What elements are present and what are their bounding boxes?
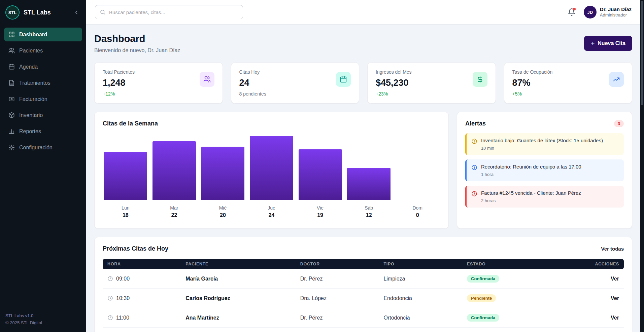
search-input[interactable] — [109, 9, 238, 15]
users-icon — [200, 72, 214, 87]
column-header-estado: ESTADO — [462, 259, 567, 269]
stat-delta: +12% — [103, 91, 135, 97]
patient-name: Ana Martínez — [181, 308, 296, 328]
settings-icon — [8, 144, 15, 151]
alerts-header: Alertas 3 — [465, 120, 624, 127]
bar-column: Dom 0 — [395, 136, 440, 220]
stat-value: 87% — [512, 78, 553, 88]
page-scrollbar[interactable] — [640, 0, 644, 332]
stat-value: 1,248 — [103, 78, 135, 88]
sidebar-item-label: Facturación — [19, 96, 47, 102]
x-tick-label: Sáb — [346, 205, 392, 211]
sidebar-collapse-button[interactable] — [72, 8, 81, 17]
avatar: JD — [584, 6, 597, 19]
doctor-name: Dr. Pérez — [296, 269, 379, 289]
sidebar: STL STL Labs Dashboard Pacientes Agenda … — [0, 0, 86, 332]
bar-column: Lun 18 — [103, 136, 148, 220]
main-area: JD Dr. Juan Díaz Administrador Dashboard… — [86, 0, 640, 332]
view-all-link[interactable]: Ver todas — [601, 246, 624, 252]
appointment-time: 09:00 — [116, 276, 130, 282]
alerts-title: Alertas — [465, 120, 486, 127]
search-box — [95, 5, 243, 19]
user-info: Dr. Juan Díaz Administrador — [600, 6, 632, 18]
sidebar-item-label: Tratamientos — [19, 80, 50, 86]
stat-delta: +5% — [512, 91, 553, 97]
sidebar-item-inventario[interactable]: Inventario — [4, 108, 82, 122]
table-head: HORA PACIENTE DOCTOR TIPO ESTADO ACCIONE… — [103, 259, 624, 269]
user-menu[interactable]: JD Dr. Juan Díaz Administrador — [584, 6, 632, 19]
column-header-tipo: TIPO — [379, 259, 462, 269]
page-header: Dashboard Bienvenido de nuevo, Dr. Juan … — [94, 33, 632, 53]
sidebar-item-dashboard[interactable]: Dashboard — [4, 28, 82, 41]
trending-up-icon — [609, 72, 624, 87]
view-button[interactable]: Ver — [611, 295, 619, 301]
brand: STL STL Labs — [0, 0, 86, 25]
bar-value-label: 24 — [249, 212, 295, 218]
sidebar-item-label: Inventario — [19, 112, 43, 118]
sidebar-footer: STL Labs v1.0 © 2025 STL Digital — [0, 307, 86, 332]
alert-item-inventory[interactable]: Inventario bajo: Guantes de látex (Stock… — [465, 133, 624, 155]
sidebar-item-facturacion[interactable]: Facturación — [4, 92, 82, 106]
sidebar-item-label: Reportes — [19, 128, 41, 135]
view-button[interactable]: Ver — [611, 315, 619, 321]
alert-item-invoice[interactable]: Factura #1245 vencida - Cliente: Juan Pé… — [465, 186, 624, 208]
scrollbar-thumb[interactable] — [641, 1, 643, 105]
appointment-type: Limpieza — [379, 269, 462, 289]
sidebar-item-tratamientos[interactable]: Tratamientos — [4, 76, 82, 90]
column-header-hora: HORA — [103, 259, 181, 269]
stats-row: Total Pacientes 1,248 +12% Citas Hoy 24 … — [94, 62, 632, 104]
page-title: Dashboard — [94, 33, 180, 44]
alert-text: Factura #1245 vencida - Cliente: Juan Pé… — [481, 190, 581, 196]
plus-icon: + — [591, 40, 595, 47]
bar-value-label: 19 — [297, 212, 343, 218]
appointments-table: HORA PACIENTE DOCTOR TIPO ESTADO ACCIONE… — [103, 259, 624, 328]
reports-icon — [8, 128, 15, 135]
copyright: © 2025 STL Digital — [5, 320, 81, 327]
bar-value-label: 0 — [395, 212, 440, 218]
appointment-type: Endodoncia — [379, 289, 462, 308]
new-appointment-button[interactable]: + Nueva Cita — [584, 36, 632, 51]
notification-dot — [573, 8, 576, 10]
alert-warning-icon — [471, 138, 477, 144]
clock-icon — [107, 276, 113, 282]
stat-value: 24 — [239, 78, 266, 88]
calendar-icon — [8, 64, 15, 70]
table-row: 10:30 Carlos Rodríguez Dra. López Endodo… — [103, 289, 624, 308]
status-badge: Confirmada — [467, 275, 499, 283]
stat-delta: 8 pendientes — [239, 91, 266, 97]
x-tick-label: Lun — [103, 205, 148, 211]
mid-row: Citas de la Semana Lun 18 Mar 22 — [94, 112, 632, 229]
status-badge: Pendiente — [467, 294, 496, 302]
sidebar-item-agenda[interactable]: Agenda — [4, 60, 82, 74]
notifications-button[interactable] — [568, 8, 576, 16]
page-header-text: Dashboard Bienvenido de nuevo, Dr. Juan … — [94, 33, 180, 53]
user-name: Dr. Juan Díaz — [600, 6, 632, 12]
x-tick-label: Dom — [395, 205, 440, 211]
bar-value-label: 22 — [151, 212, 197, 218]
view-button[interactable]: Ver — [611, 276, 619, 282]
stat-delta: +23% — [376, 91, 412, 97]
sidebar-item-configuracion[interactable]: Configuración — [4, 141, 82, 154]
stat-text: Total Pacientes 1,248 +12% — [103, 69, 135, 97]
bar — [347, 168, 391, 200]
x-tick-label: Jue — [249, 205, 295, 211]
sidebar-item-reportes[interactable]: Reportes — [4, 124, 82, 138]
sidebar-item-pacientes[interactable]: Pacientes — [4, 44, 82, 58]
stat-label: Citas Hoy — [239, 69, 266, 75]
patient-name: María García — [181, 269, 296, 289]
sidebar-item-label: Configuración — [19, 145, 53, 151]
bar-column: Mar 22 — [151, 136, 197, 220]
bar — [201, 147, 245, 200]
content: Dashboard Bienvenido de nuevo, Dr. Juan … — [86, 25, 640, 332]
stat-card-total-pacientes: Total Pacientes 1,248 +12% — [94, 62, 223, 104]
alert-item-reminder[interactable]: Recordatorio: Reunión de equipo a las 17… — [465, 159, 624, 181]
patient-name: Carlos Rodríguez — [181, 289, 296, 308]
bar-column: Sáb 12 — [346, 136, 392, 220]
dollar-icon — [473, 72, 487, 87]
bar — [152, 141, 196, 200]
column-header-doctor: DOCTOR — [296, 259, 379, 269]
clock-icon — [107, 315, 113, 321]
bar-column: Vie 19 — [297, 136, 343, 220]
alert-info-icon — [471, 164, 477, 171]
stat-text: Tasa de Ocupación 87% +5% — [512, 69, 553, 97]
